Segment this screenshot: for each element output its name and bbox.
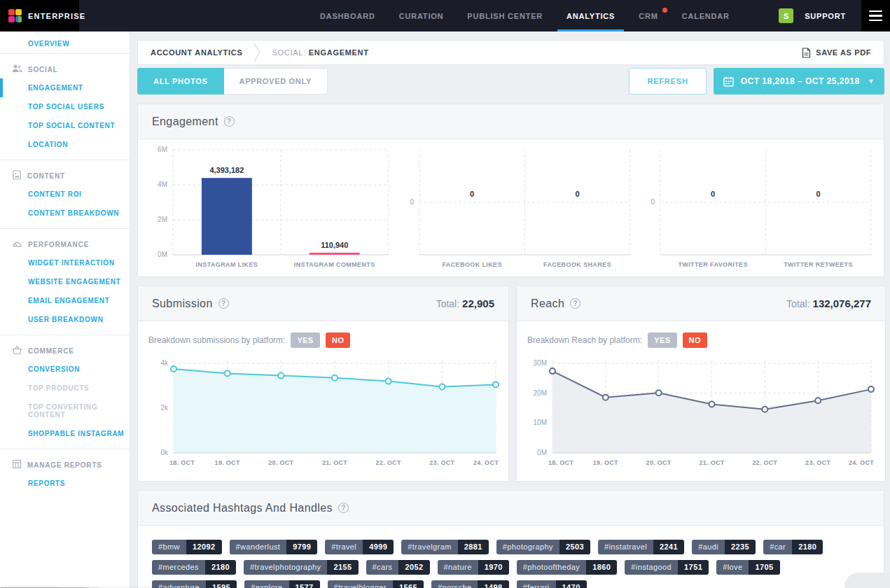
brand-logo[interactable]: ENTERPRISE xyxy=(0,0,79,31)
sidebar-item-shoppable-instagram[interactable]: SHOPPABLE INSTAGRAM xyxy=(0,424,130,443)
nav-item-publish-center[interactable]: PUBLISH CENTER xyxy=(455,0,555,31)
breadcrumb-section: SOCIAL: xyxy=(272,48,305,57)
hashtag-count: 12092 xyxy=(186,540,222,554)
sidebar-item-location[interactable]: LOCATION xyxy=(0,135,130,154)
sidebar-item-engagement[interactable]: ENGAGEMENT xyxy=(0,78,130,97)
svg-text:4M: 4M xyxy=(158,181,167,188)
reports-icon xyxy=(12,459,22,470)
submission-panel: Submission ? Total:22,905 Breakdown subm… xyxy=(137,286,509,482)
hashtag-count: 1565 xyxy=(393,580,424,588)
svg-text:0: 0 xyxy=(651,198,655,206)
content-icon xyxy=(12,170,22,181)
hashtag-pill-mercedes[interactable]: #mercedes2180 xyxy=(152,560,236,575)
svg-text:0: 0 xyxy=(816,190,821,198)
help-icon[interactable]: ? xyxy=(338,503,349,513)
reach-breakdown-no-button[interactable]: NO xyxy=(683,332,708,348)
date-range-picker[interactable]: OCT 18,2018 – OCT 25,2018 ▼ xyxy=(714,68,884,94)
hashtag-label: #photooftheday xyxy=(517,560,586,575)
hamburger-menu-icon[interactable] xyxy=(861,0,890,31)
hashtag-label: #nature xyxy=(438,560,478,575)
help-icon[interactable]: ? xyxy=(224,116,235,127)
help-icon[interactable]: ? xyxy=(570,298,580,309)
photo-filter-toggle: ALL PHOTOS APPROVED ONLY xyxy=(137,68,328,94)
nav-item-analytics[interactable]: ANALYTICS xyxy=(555,0,627,31)
svg-text:19. OCT: 19. OCT xyxy=(215,459,240,466)
reach-panel: Reach ? Total:132,076,277 Breakdown Reac… xyxy=(516,286,886,482)
hashtag-pill-photooftheday[interactable]: #photooftheday1860 xyxy=(517,560,618,575)
nav-item-calendar[interactable]: CALENDAR xyxy=(670,0,742,31)
hashtag-pill-travelphotography[interactable]: #travelphotography2155 xyxy=(244,560,358,575)
sidebar-item-website-engagement[interactable]: WEBSITE ENGAGEMENT xyxy=(0,272,130,291)
hashtag-list: #bmw12092#wanderlust9799#travel4999#trav… xyxy=(138,526,884,588)
all-photos-button[interactable]: ALL PHOTOS xyxy=(137,68,224,94)
hashtag-label: #cars xyxy=(366,560,399,575)
sidebar-item-conversion[interactable]: CONVERSION xyxy=(0,360,130,379)
hashtags-panel-header: Associated Hashtags And Handles ? xyxy=(138,491,884,526)
nav-item-crm[interactable]: CRM xyxy=(627,0,669,31)
svg-text:20M: 20M xyxy=(534,389,547,397)
svg-text:4,393,182: 4,393,182 xyxy=(209,166,244,174)
date-range-label: OCT 18,2018 – OCT 25,2018 xyxy=(741,76,860,86)
sidebar-item-content-breakdown[interactable]: CONTENT BREAKDOWN xyxy=(0,204,130,223)
sidebar-item-user-breakdown[interactable]: USER BREAKDOWN xyxy=(0,310,130,329)
hashtag-pill-porsche[interactable]: #porsche1498 xyxy=(431,580,509,588)
sidebar-item-reports[interactable]: REPORTS xyxy=(0,474,130,493)
hashtag-pill-nature[interactable]: #nature1970 xyxy=(438,560,509,575)
main-nav: DASHBOARDCURATIONPUBLISH CENTERANALYTICS… xyxy=(308,0,742,31)
hashtag-pill-photography[interactable]: #photography2503 xyxy=(496,540,590,554)
hashtag-label: #mercedes xyxy=(152,560,205,575)
hashtag-pill-cars[interactable]: #cars2052 xyxy=(366,560,430,575)
hashtag-count: 4999 xyxy=(363,540,394,554)
sidebar-item-top-social-users[interactable]: TOP SOCIAL USERS xyxy=(0,97,130,116)
sidebar-item-overview[interactable]: OVERVIEW xyxy=(0,34,130,53)
hashtag-count: 2052 xyxy=(398,560,429,575)
sidebar-section-content: CONTENT xyxy=(0,163,130,185)
hashtag-pill-wanderlust[interactable]: #wanderlust9799 xyxy=(230,540,318,554)
hashtag-count: 1751 xyxy=(678,560,709,575)
avatar[interactable]: S xyxy=(779,8,793,23)
hashtag-pill-love[interactable]: #love1705 xyxy=(716,560,779,575)
hashtag-pill-audi[interactable]: #audi2235 xyxy=(692,540,756,554)
hashtag-pill-adventure[interactable]: #adventure1595 xyxy=(152,580,237,588)
nav-item-dashboard[interactable]: DASHBOARD xyxy=(308,0,387,31)
chat-widget[interactable] xyxy=(844,573,890,588)
hashtag-pill-instagood[interactable]: #instagood1751 xyxy=(625,560,709,575)
hashtag-pill-travelblogger[interactable]: #travelblogger1565 xyxy=(328,580,424,588)
hashtag-pill-explore[interactable]: #explore1577 xyxy=(244,580,319,588)
nav-right: S SUPPORT xyxy=(779,0,890,31)
hashtag-label: #travel xyxy=(325,540,363,554)
nav-item-curation[interactable]: CURATION xyxy=(387,0,456,31)
breadcrumb-chevron-icon xyxy=(253,42,260,63)
submission-breakdown-no-button[interactable]: NO xyxy=(326,332,351,348)
help-icon[interactable]: ? xyxy=(218,298,229,309)
submission-chart: 4k2k0k18. OCT19. OCT20. OCT21. OCT22. OC… xyxy=(138,352,508,481)
breadcrumb-root[interactable]: ACCOUNT ANALYTICS xyxy=(151,48,242,57)
hashtag-pill-car[interactable]: #car2180 xyxy=(763,540,823,554)
hashtag-pill-bmw[interactable]: #bmw12092 xyxy=(152,540,222,554)
hashtag-pill-travel[interactable]: #travel4999 xyxy=(325,540,394,554)
sidebar-item-content-roi[interactable]: CONTENT ROI xyxy=(0,185,130,204)
hashtag-pill-travelgram[interactable]: #travelgram2881 xyxy=(401,540,489,554)
reach-breakdown-yes-button[interactable]: YES xyxy=(648,332,677,348)
engagement-title: Engagement ? xyxy=(152,115,235,128)
save-as-pdf-button[interactable]: SAVE AS PDF xyxy=(802,48,871,58)
refresh-button[interactable]: REFRESH xyxy=(629,68,706,94)
sidebar-item-email-engagement[interactable]: EMAIL ENGAGEMENT xyxy=(0,291,130,310)
hashtag-label: #travelblogger xyxy=(328,580,393,588)
svg-text:2M: 2M xyxy=(158,216,167,223)
hashtag-label: #instagood xyxy=(625,560,678,575)
support-link[interactable]: SUPPORT xyxy=(805,12,846,20)
hashtag-pill-instatravel[interactable]: #instatravel2241 xyxy=(598,540,684,554)
enterprise-logo-icon xyxy=(8,9,22,22)
sidebar-item-top-social-content[interactable]: TOP SOCIAL CONTENT xyxy=(0,116,130,135)
hashtag-pill-ferrari[interactable]: #ferrari1470 xyxy=(517,580,587,588)
svg-text:23. OCT: 23. OCT xyxy=(429,459,454,466)
approved-only-button[interactable]: APPROVED ONLY xyxy=(224,68,328,94)
submission-breakdown-label: Breakdown submissions by platform: xyxy=(148,335,285,345)
svg-text:0: 0 xyxy=(711,190,715,198)
svg-text:22. OCT: 22. OCT xyxy=(376,459,401,466)
svg-text:0: 0 xyxy=(410,198,414,206)
submission-breakdown-yes-button[interactable]: YES xyxy=(291,332,320,348)
sidebar-item-widget-interaction[interactable]: WIDGET INTERACTION xyxy=(0,253,130,272)
svg-text:24. OCT: 24. OCT xyxy=(473,459,499,466)
